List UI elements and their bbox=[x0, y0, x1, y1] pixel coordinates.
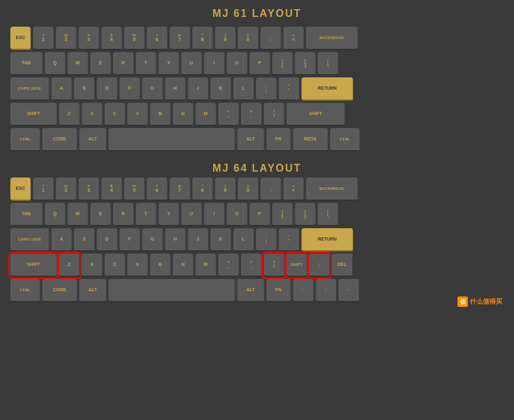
key-d-1[interactable]: D bbox=[97, 77, 118, 101]
key-down-2[interactable]: ↓ bbox=[316, 279, 337, 302]
key-k-1[interactable]: K bbox=[211, 77, 231, 101]
key-q-2[interactable]: Q bbox=[45, 203, 66, 226]
key-comma-1[interactable]: <, bbox=[218, 103, 239, 126]
key-up-2[interactable]: ↑ bbox=[309, 254, 330, 277]
key-o-1[interactable]: O bbox=[227, 52, 248, 75]
key-k-2[interactable]: K bbox=[211, 228, 231, 252]
key-z-2[interactable]: Z bbox=[59, 254, 80, 277]
key-t-2[interactable]: T bbox=[136, 203, 157, 226]
key-p-1[interactable]: P bbox=[250, 52, 270, 75]
key-4-1[interactable]: $4 bbox=[101, 27, 122, 50]
key-j-2[interactable]: J bbox=[188, 228, 209, 252]
key-9-2[interactable]: (9 bbox=[215, 177, 236, 201]
key-quote-2[interactable]: "' bbox=[279, 228, 300, 252]
key-r-1[interactable]: R bbox=[113, 52, 134, 75]
key-rbracket-2[interactable]: }] bbox=[295, 203, 316, 226]
key-b-2[interactable]: B bbox=[150, 254, 171, 277]
key-backspace-2[interactable]: BACKSPACE bbox=[306, 177, 358, 201]
key-rshift-2[interactable]: SHIFT bbox=[287, 254, 307, 277]
key-capslock-1[interactable]: CAPS LOCK bbox=[10, 77, 49, 101]
key-tab-2[interactable]: TAB bbox=[10, 203, 43, 226]
key-d-2[interactable]: D bbox=[97, 228, 118, 252]
key-backslash-1[interactable]: |\ bbox=[318, 52, 339, 75]
key-lctrl-1[interactable]: CTRL bbox=[10, 128, 40, 151]
key-semi-2[interactable]: :; bbox=[256, 228, 277, 252]
key-e-1[interactable]: E bbox=[90, 52, 111, 75]
key-lshift-1[interactable]: SHIFT bbox=[10, 103, 57, 126]
key-fn-1[interactable]: FN bbox=[266, 128, 291, 151]
key-8-2[interactable]: *8 bbox=[192, 177, 213, 201]
key-2-1[interactable]: @2 bbox=[56, 27, 77, 50]
key-lshift-2[interactable]: SHIFT bbox=[10, 254, 57, 277]
key-s-1[interactable]: S bbox=[74, 77, 95, 101]
key-0-2[interactable]: )0 bbox=[238, 177, 259, 201]
key-meta-1[interactable]: META bbox=[293, 128, 328, 151]
key-z-1[interactable]: Z bbox=[59, 103, 80, 126]
key-1-2[interactable]: !1 bbox=[33, 177, 54, 201]
key-space-2[interactable] bbox=[109, 279, 235, 302]
key-backspace-1[interactable]: BACKSPACE bbox=[306, 27, 358, 50]
key-2-2[interactable]: @2 bbox=[56, 177, 77, 201]
key-f-2[interactable]: F bbox=[120, 228, 140, 252]
key-x-2[interactable]: X bbox=[82, 254, 103, 277]
key-minus-2[interactable]: _- bbox=[261, 177, 281, 201]
key-rctrl-1[interactable]: CTRL bbox=[330, 128, 360, 151]
key-u-1[interactable]: U bbox=[181, 52, 202, 75]
key-backslash-2[interactable]: |\ bbox=[318, 203, 339, 226]
key-c-1[interactable]: C bbox=[105, 103, 125, 126]
key-e-2[interactable]: E bbox=[90, 203, 111, 226]
key-slash-2[interactable]: ?/ bbox=[264, 254, 285, 277]
key-equals-2[interactable]: += bbox=[283, 177, 304, 201]
key-n-1[interactable]: N bbox=[173, 103, 194, 126]
key-1-1[interactable]: !1 bbox=[33, 27, 54, 50]
key-h-1[interactable]: H bbox=[165, 77, 186, 101]
key-a-1[interactable]: A bbox=[51, 77, 72, 101]
key-equals-1[interactable]: += bbox=[283, 27, 304, 50]
key-v-2[interactable]: V bbox=[127, 254, 148, 277]
key-5-2[interactable]: %5 bbox=[124, 177, 145, 201]
key-g-1[interactable]: G bbox=[142, 77, 163, 101]
key-right-2[interactable]: → bbox=[339, 279, 359, 302]
key-n-2[interactable]: N bbox=[173, 254, 194, 277]
key-w-2[interactable]: W bbox=[68, 203, 88, 226]
key-tab-1[interactable]: TAB bbox=[10, 52, 43, 75]
key-space-1[interactable] bbox=[109, 128, 235, 151]
key-lbracket-1[interactable]: {[ bbox=[272, 52, 293, 75]
key-fn-2[interactable]: FN bbox=[266, 279, 291, 302]
key-semi-1[interactable]: :; bbox=[256, 77, 277, 101]
key-8-1[interactable]: *8 bbox=[192, 27, 213, 50]
key-left-2[interactable]: ← bbox=[293, 279, 314, 302]
key-a-2[interactable]: A bbox=[51, 228, 72, 252]
key-5-1[interactable]: %5 bbox=[124, 27, 145, 50]
key-return-1[interactable]: RETURN bbox=[302, 77, 353, 101]
key-rbracket-1[interactable]: }] bbox=[295, 52, 316, 75]
key-u-2[interactable]: U bbox=[181, 203, 202, 226]
key-t-1[interactable]: T bbox=[136, 52, 157, 75]
key-lalt-2[interactable]: ALT bbox=[79, 279, 107, 302]
key-lbracket-2[interactable]: {[ bbox=[272, 203, 293, 226]
key-code-1[interactable]: CODE bbox=[42, 128, 77, 151]
key-m-2[interactable]: M bbox=[196, 254, 216, 277]
key-l-1[interactable]: L bbox=[233, 77, 254, 101]
key-v-1[interactable]: V bbox=[127, 103, 148, 126]
key-i-2[interactable]: I bbox=[204, 203, 225, 226]
key-4-2[interactable]: $4 bbox=[101, 177, 122, 201]
key-quote-1[interactable]: "' bbox=[279, 77, 300, 101]
key-9-1[interactable]: (9 bbox=[215, 27, 236, 50]
key-f-1[interactable]: F bbox=[120, 77, 140, 101]
key-slash-1[interactable]: ?/ bbox=[264, 103, 285, 126]
key-l-2[interactable]: L bbox=[233, 228, 254, 252]
key-lctrl-2[interactable]: CTRL bbox=[10, 279, 40, 302]
key-q-1[interactable]: Q bbox=[45, 52, 66, 75]
key-return-2[interactable]: RETURN bbox=[302, 228, 353, 252]
key-del-2[interactable]: DEL bbox=[332, 254, 353, 277]
key-h-2[interactable]: H bbox=[165, 228, 186, 252]
key-r-2[interactable]: R bbox=[113, 203, 134, 226]
key-w-1[interactable]: W bbox=[68, 52, 88, 75]
key-period-2[interactable]: >. bbox=[241, 254, 262, 277]
key-minus-1[interactable]: _- bbox=[261, 27, 281, 50]
key-period-1[interactable]: >. bbox=[241, 103, 262, 126]
key-6-1[interactable]: ^6 bbox=[147, 27, 168, 50]
key-ralt-1[interactable]: ALT bbox=[237, 128, 264, 151]
key-0-1[interactable]: )0 bbox=[238, 27, 259, 50]
